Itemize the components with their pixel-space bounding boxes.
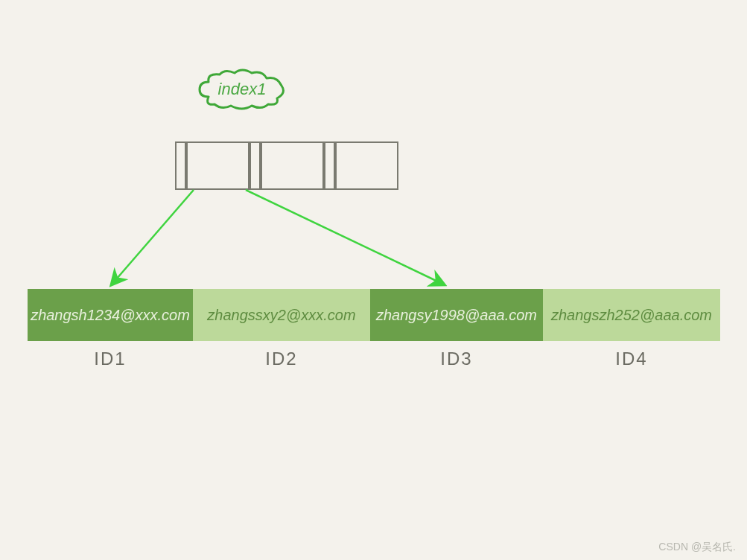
id-labels-row: ID1 ID2 ID3 ID4 — [28, 349, 720, 369]
index-cell-spacer — [249, 141, 261, 190]
id-label: ID2 — [193, 349, 370, 369]
id-label: ID1 — [28, 349, 193, 369]
index-node-boxes — [175, 141, 398, 190]
index-cell-spacer — [175, 141, 186, 190]
index-cloud: index1 — [194, 67, 290, 112]
data-cell: zhangszh252@aaa.com — [543, 289, 720, 341]
watermark-text: CSDN @吴名氏. — [658, 541, 736, 554]
data-cell: zhangssxy2@xxx.com — [193, 289, 370, 341]
id-label: ID3 — [370, 349, 543, 369]
id-label: ID4 — [543, 349, 720, 369]
index-cell — [261, 141, 324, 190]
pointer-arrows — [0, 0, 747, 560]
index-cell-spacer — [324, 141, 335, 190]
arrow-line — [112, 190, 194, 284]
data-cell: zhangsh1234@xxx.com — [28, 289, 193, 341]
data-cell: zhangsy1998@aaa.com — [370, 289, 543, 341]
index-label: index1 — [218, 80, 267, 99]
arrow-line — [246, 190, 444, 284]
index-cell — [335, 141, 398, 190]
index-cell — [186, 141, 249, 190]
data-leaf-row: zhangsh1234@xxx.com zhangssxy2@xxx.com z… — [28, 289, 720, 341]
